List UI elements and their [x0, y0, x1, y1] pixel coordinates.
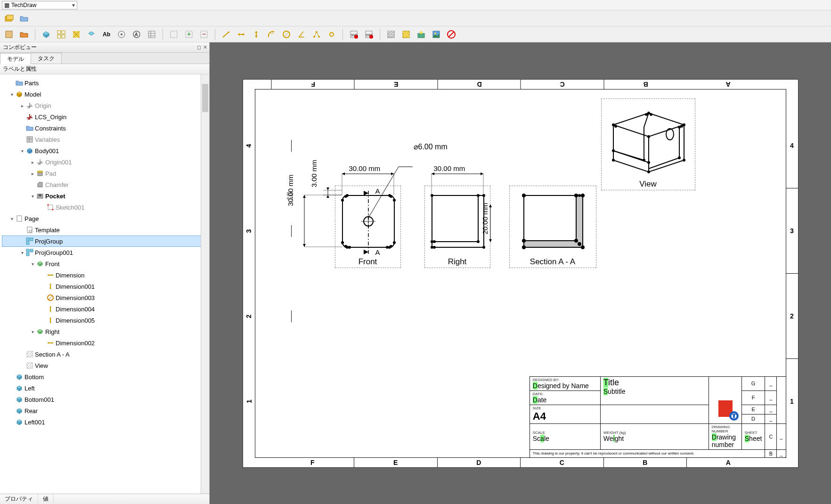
dim-length-button[interactable] — [220, 28, 232, 41]
svg-marker-120 — [342, 172, 345, 175]
view-section[interactable]: Section A - A — [509, 186, 596, 268]
model-tree[interactable]: Parts▾Model▸OriginLCS_OriginConstraintsV… — [0, 74, 209, 494]
new-part-button[interactable] — [3, 12, 15, 24]
export-dxf-button[interactable]: DXF — [363, 28, 375, 41]
hatch-geom-button[interactable] — [400, 28, 412, 41]
tree-item-projgroup[interactable]: ProjGroup — [2, 236, 207, 247]
projection-group-button[interactable] — [55, 28, 67, 41]
svg-point-166 — [612, 123, 615, 126]
svg-rect-184 — [735, 415, 736, 418]
svg-marker-94 — [48, 342, 49, 344]
tree-item-left[interactable]: Left — [2, 382, 207, 394]
svg-point-175 — [647, 161, 650, 164]
new-page-button[interactable] — [3, 28, 15, 41]
panel-close-button[interactable]: ✕ — [203, 44, 207, 50]
svg-marker-83 — [49, 284, 51, 285]
tree-item-body001[interactable]: ▾Body001 — [2, 145, 207, 156]
spreadsheet-view-button[interactable] — [146, 28, 158, 41]
dim-angle-button[interactable] — [295, 28, 308, 41]
image-button[interactable] — [430, 28, 442, 41]
tree-item-variables[interactable]: Variables — [2, 134, 207, 145]
dim-link-button[interactable] — [326, 28, 338, 41]
svg-marker-29 — [255, 31, 258, 33]
detail-view-button[interactable] — [85, 28, 98, 41]
svg-point-154 — [522, 194, 526, 197]
tree-item-lcs-origin[interactable]: LCS_Origin — [2, 111, 207, 122]
svg-line-31 — [271, 32, 274, 34]
tree-item-front[interactable]: ▾Front — [2, 258, 207, 269]
tree-item-template[interactable]: Template — [2, 224, 207, 236]
tree-item-section-a-a[interactable]: Section A - A — [2, 349, 207, 360]
panel-float-button[interactable]: ◻ — [197, 44, 201, 50]
svg-rect-78 — [26, 253, 29, 256]
tree-item-right[interactable]: ▾Right — [2, 326, 207, 337]
tree-item-model[interactable]: ▾Model — [2, 89, 207, 100]
tree-item-pocket[interactable]: ▾Pocket — [2, 190, 207, 202]
arch-view-button[interactable]: A — [130, 28, 143, 41]
dim-vertical-button[interactable] — [250, 28, 262, 41]
tree-item-page[interactable]: ▾Page — [2, 213, 207, 224]
hatch-button[interactable] — [385, 28, 397, 41]
svg-rect-13 — [148, 31, 155, 38]
tree-item-sketch001[interactable]: Sketch001 — [2, 202, 207, 213]
svg-point-68 — [48, 204, 49, 206]
svg-point-159 — [574, 239, 578, 243]
svg-rect-1 — [7, 15, 13, 20]
symbol-button[interactable] — [415, 28, 427, 41]
tab-model[interactable]: モデル — [0, 53, 31, 64]
drawing-page[interactable]: F E D C B A F E D C B A 4 3 2 1 — [243, 79, 798, 468]
svg-line-86 — [48, 295, 53, 300]
svg-marker-80 — [48, 274, 49, 276]
tree-item-projgroup001[interactable]: ▾ProjGroup001 — [2, 247, 207, 258]
tree-item-pad[interactable]: ▸Pad — [2, 168, 207, 179]
clip-group-button[interactable] — [168, 28, 180, 41]
svg-point-171 — [612, 149, 615, 152]
annotation-button[interactable]: Ab — [100, 28, 113, 41]
svg-marker-147 — [432, 172, 434, 175]
tree-item-view[interactable]: View — [2, 360, 207, 371]
tree-item-rear[interactable]: Rear — [2, 405, 207, 416]
tree-item-origin[interactable]: ▸Origin — [2, 100, 207, 111]
toolbar-techdraw: Ab A + − SVG DXF — [0, 26, 831, 42]
dim-radius-button[interactable] — [265, 28, 277, 41]
clip-add-button[interactable]: + — [183, 28, 195, 41]
tree-item-parts[interactable]: Parts — [2, 77, 207, 89]
tree-item-left001[interactable]: Left001 — [2, 416, 207, 428]
svg-marker-26 — [238, 33, 240, 36]
tree-item-bottom001[interactable]: Bottom001 — [2, 394, 207, 405]
tree-item-chamfer[interactable]: Chamfer — [2, 179, 207, 190]
toggle-frame-button[interactable] — [445, 28, 457, 41]
svg-point-169 — [612, 159, 615, 162]
svg-rect-6 — [62, 35, 65, 38]
tree-item-origin001[interactable]: ▸Origin001 — [2, 156, 207, 168]
clip-remove-button[interactable]: − — [198, 28, 210, 41]
tree-item-dimension003[interactable]: Dimension003 — [2, 292, 207, 303]
insert-view-button[interactable] — [40, 28, 52, 41]
draft-view-button[interactable] — [115, 28, 128, 41]
section-view-button[interactable] — [70, 28, 82, 41]
tree-item-dimension001[interactable]: Dimension001 — [2, 281, 207, 292]
view-iso[interactable]: View — [601, 98, 695, 190]
tab-task[interactable]: タスク — [31, 53, 62, 64]
dim-diameter-button[interactable] — [280, 28, 293, 41]
dim-horizontal-button[interactable] — [235, 28, 247, 41]
workspace-selector[interactable]: ▦TechDraw — [2, 1, 77, 9]
svg-rect-2 — [6, 31, 12, 38]
title-block[interactable]: DESIGNED BY:Designed by Name TitleSubtit… — [530, 376, 786, 458]
tree-item-constraints[interactable]: Constraints — [2, 122, 207, 134]
dim-angle3pt-button[interactable] — [310, 28, 323, 41]
tree-item-dimension004[interactable]: Dimension004 — [2, 303, 207, 315]
svg-marker-84 — [49, 288, 51, 289]
new-page-template-button[interactable] — [18, 28, 30, 41]
drawing-canvas[interactable]: F E D C B A F E D C B A 4 3 2 1 — [210, 42, 831, 504]
tree-item-bottom[interactable]: Bottom — [2, 371, 207, 382]
svg-point-168 — [683, 159, 685, 162]
panel-header: コンボビュー ◻✕ — [0, 42, 209, 53]
tree-item-dimension002[interactable]: Dimension002 — [2, 337, 207, 349]
svg-rect-67 — [48, 205, 53, 210]
tree-item-dimension[interactable]: Dimension — [2, 269, 207, 281]
folder-button[interactable] — [18, 12, 30, 24]
tree-scrollbar[interactable] — [201, 74, 209, 494]
tree-item-dimension005[interactable]: Dimension005 — [2, 315, 207, 326]
export-svg-button[interactable]: SVG — [348, 28, 360, 41]
